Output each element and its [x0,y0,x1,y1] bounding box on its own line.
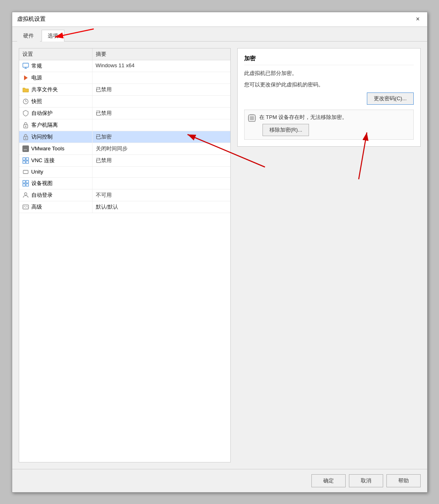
vm-icon: vm [22,145,29,152]
grid-icon [22,180,29,187]
encryption-desc2: 您可以更改保护此虚拟机的密码。 [244,81,414,89]
list-item-left-6: 访问控制 [19,131,93,143]
list-item-label: 常规 [31,62,42,70]
svg-text:vm: vm [24,148,27,151]
list-item-left-0: 常规 [19,60,93,72]
cancel-button[interactable]: 取消 [349,474,383,487]
encryption-desc1: 此虚拟机已部分加密。 [244,69,414,78]
list-item-left-2: 共享文件夹 [19,84,93,95]
list-item[interactable]: 快照 [19,96,230,108]
settings-list: 常规Windows 11 x64电源共享文件夹已禁用快照自动保护已禁用客户机隔离… [19,60,230,213]
list-item[interactable]: 共享文件夹已禁用 [19,84,230,96]
list-item[interactable]: 自动登录不可用 [19,189,230,201]
remove-encryption-button[interactable]: 移除加密(R)... [263,124,309,136]
lock-icon [22,134,29,140]
svg-rect-17 [23,161,25,163]
list-item-label: 共享文件夹 [31,86,58,93]
svg-rect-20 [23,180,25,183]
list-item-summary: 已禁用 [93,84,230,95]
list-item-summary: 不可用 [93,189,230,201]
list-item[interactable]: 设备视图 [19,178,230,189]
img-icon [22,204,29,210]
svg-rect-21 [26,180,29,183]
list-item-label: 电源 [31,74,42,81]
list-item-summary [93,167,230,177]
content-area: 设置 摘要 常规Windows 11 x64电源共享文件夹已禁用快照自动保护已禁… [12,42,427,469]
list-item-label: 客户机隔离 [31,121,58,129]
list-item-summary [93,119,230,131]
list-item[interactable]: 客户机隔离 [19,119,230,131]
svg-rect-22 [23,184,25,186]
list-item[interactable]: 电源 [19,72,230,84]
list-item[interactable]: 常规Windows 11 x64 [19,60,230,72]
vm-settings-dialog: 虚拟机设置 × 硬件 选项 设置 摘要 常规Windows 11 x64电源共享… [12,12,428,493]
list-item-left-11: 自动登录 [19,189,93,201]
dialog-title: 虚拟机设置 [17,15,46,23]
folder-icon [22,86,29,93]
tpm-notice: 在 TPM 设备存在时，无法移除加密。 移除加密(R)... [244,110,414,140]
svg-rect-16 [26,158,29,160]
list-item-label: Unity [31,169,44,175]
list-item[interactable]: 高级默认/默认 [19,201,230,213]
list-item-label: 自动保护 [31,110,53,117]
list-item-label: 快照 [31,98,42,105]
list-item-summary: Windows 11 x64 [93,60,230,72]
list-item[interactable]: Unity [19,167,230,178]
list-item-summary: 已禁用 [93,108,230,119]
list-item-left-10: 设备视图 [19,178,93,189]
title-bar: 虚拟机设置 × [12,12,427,27]
svg-line-8 [26,101,27,102]
col-summary: 摘要 [93,48,230,60]
list-item[interactable]: 自动保护已禁用 [19,108,230,119]
list-item-left-1: 电源 [19,72,93,84]
list-header: 设置 摘要 [19,48,230,60]
list-item-summary: 已禁用 [93,155,230,166]
list-item-label: 访问控制 [31,133,53,141]
svg-rect-15 [23,158,25,160]
tpm-notice-text: 在 TPM 设备存在时，无法移除加密。 移除加密(R)... [259,113,348,136]
list-item[interactable]: VNC 连接已禁用 [19,155,230,167]
clock-icon [22,98,29,105]
list-item-left-7: vmVMware Tools [19,143,93,154]
svg-rect-2 [23,63,29,67]
svg-rect-19 [23,170,28,174]
list-item-summary [93,72,230,84]
user-icon [22,192,29,198]
list-item-summary: 关闭时间同步 [93,143,230,154]
encryption-title: 加密 [244,55,414,65]
list-item-left-5: 客户机隔离 [19,119,93,131]
tab-options[interactable]: 选项 [42,30,64,42]
monitor-icon [22,63,29,69]
right-panel: 加密 此虚拟机已部分加密。 您可以更改保护此虚拟机的密码。 更改密码(C)... [237,48,421,462]
list-item-summary [93,178,230,189]
tpm-chip-icon [248,114,256,122]
change-password-button[interactable]: 更改密码(C)... [367,92,414,105]
settings-list-panel: 设置 摘要 常规Windows 11 x64电源共享文件夹已禁用快照自动保护已禁… [19,48,231,462]
svg-rect-27 [250,116,254,120]
list-item-summary: 已加密 [93,131,230,143]
list-item-left-9: Unity [19,167,93,177]
col-settings: 设置 [19,48,93,60]
list-item-left-4: 自动保护 [19,108,93,119]
list-item-summary [93,96,230,107]
list-item-label: VNC 连接 [31,157,55,164]
svg-rect-23 [26,184,29,186]
list-item-label: VMware Tools [31,145,64,152]
svg-point-12 [25,137,26,139]
list-item-left-8: VNC 连接 [19,155,93,166]
shield-icon [22,110,29,117]
svg-marker-5 [24,75,28,80]
list-item-summary: 默认/默认 [93,201,230,213]
svg-point-10 [25,125,26,127]
dialog-footer: 确定 取消 帮助 [12,469,427,492]
list-item-label: 高级 [31,203,42,211]
ok-button[interactable]: 确定 [311,474,346,487]
help-button[interactable]: 帮助 [386,474,421,487]
tab-hardware[interactable]: 硬件 [17,30,40,42]
list-item-left-3: 快照 [19,96,93,107]
encryption-section: 加密 此虚拟机已部分加密。 您可以更改保护此虚拟机的密码。 更改密码(C)... [237,48,421,147]
list-item[interactable]: vmVMware Tools关闭时间同步 [19,143,230,155]
close-button[interactable]: × [413,15,422,23]
list-item-label: 自动登录 [31,191,53,199]
list-item[interactable]: 访问控制已加密 [19,131,230,143]
